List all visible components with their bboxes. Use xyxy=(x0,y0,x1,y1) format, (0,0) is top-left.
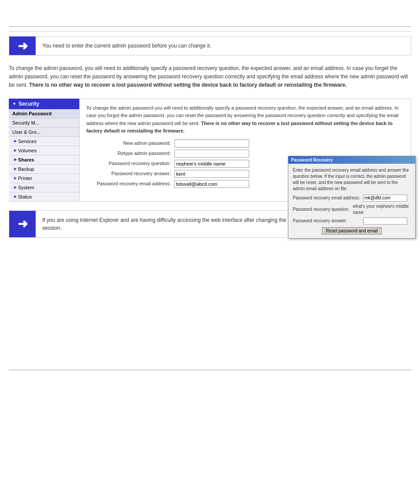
recovery-answer-input[interactable] xyxy=(363,217,407,224)
sidebar-item-label-8: System xyxy=(18,185,34,190)
screenshot-area: Security Admin Password Security M... Us… xyxy=(9,99,411,202)
recovery-question-row: Password recovery question: what's your … xyxy=(293,203,411,216)
body-intro-text: To change the admin password, you will n… xyxy=(9,64,411,90)
password-recovery-dialog: Password Recovery Enter the password rec… xyxy=(288,156,416,239)
top-rule xyxy=(9,26,411,27)
sidebar-item-label-4: Volumes xyxy=(18,148,37,153)
recovery-answer-row: Password recovery answer: xyxy=(293,217,411,224)
sidebar-item-label-0: Admin Password xyxy=(12,111,52,116)
recovery-email-label: Password recovery email address: xyxy=(293,195,363,201)
sidebar-item-label-9: Status xyxy=(18,194,32,199)
arrow-right-icon-2: ➜ xyxy=(18,217,28,231)
input-new-password[interactable] xyxy=(174,140,249,147)
sidebar-header-label: Security xyxy=(18,101,39,107)
sidebar-item-volumes[interactable]: Volumes xyxy=(9,146,79,155)
recovery-dialog-body: Enter the password recovery email addres… xyxy=(288,164,415,238)
label-recovery-answer: Password recovery answer: xyxy=(86,170,174,178)
sidebar-item-label-3: Services xyxy=(18,139,37,144)
body-text-bold: There is no other way to recover a lost … xyxy=(29,82,347,88)
input-recovery-answer[interactable] xyxy=(174,170,249,178)
main-panel-description: To change the admin password you will ne… xyxy=(86,104,404,135)
sidebar-item-shares[interactable]: Shares xyxy=(9,155,79,165)
sidebar-item-label-6: Backup xyxy=(18,166,34,172)
input-recovery-email[interactable] xyxy=(174,180,249,188)
sidebar-item-user-gro[interactable]: User & Gro... xyxy=(9,128,79,137)
recovery-dialog-description: Enter the password recovery email addres… xyxy=(293,167,411,192)
recovery-email-row: Password recovery email address: xyxy=(293,195,411,202)
sidebar-item-label-2: User & Gro... xyxy=(12,129,41,135)
recovery-button-row: Reset password and email xyxy=(293,227,411,235)
label-recovery-email: Password recovery email address: xyxy=(86,180,174,188)
sidebar-item-label-5: Shares xyxy=(18,157,34,162)
sidebar: Security Admin Password Security M... Us… xyxy=(9,99,79,202)
label-new-password: New admin password: xyxy=(86,140,174,147)
arrow-right-icon-1: ➜ xyxy=(18,39,28,53)
sidebar-item-backup[interactable]: Backup xyxy=(9,165,79,174)
sidebar-item-label-1: Security M... xyxy=(12,120,39,125)
form-row-new-password: New admin password: xyxy=(86,140,404,147)
note-icon-area-2: ➜ xyxy=(9,211,36,237)
label-retype-password: Retype admin password: xyxy=(86,150,174,158)
recovery-dialog-title: Password Recovery xyxy=(291,158,333,162)
sidebar-item-status[interactable]: Status xyxy=(9,192,79,202)
recovery-question-label: Password recovery question: xyxy=(293,206,353,213)
second-rule xyxy=(9,31,411,32)
sidebar-item-label-7: Printer xyxy=(18,176,32,181)
input-recovery-question[interactable] xyxy=(174,160,249,168)
note-box-1: ➜ You need to enter the current admin pa… xyxy=(9,36,411,55)
input-retype-password[interactable] xyxy=(174,150,249,158)
label-recovery-question: Password recovery question: xyxy=(86,160,174,168)
recovery-question-value: what's your nephew's middle name xyxy=(353,203,411,216)
sidebar-item-admin-password[interactable]: Admin Password xyxy=(9,109,79,118)
sidebar-header: Security xyxy=(9,99,79,109)
sidebar-item-printer[interactable]: Printer xyxy=(9,174,79,183)
note-text-content-1: You need to enter the current admin pass… xyxy=(42,43,211,49)
recovery-email-input[interactable] xyxy=(363,195,407,202)
sidebar-item-services[interactable]: Services xyxy=(9,137,79,146)
sidebar-item-system[interactable]: System xyxy=(9,183,79,192)
recovery-answer-label: Password recovery answer: xyxy=(293,218,363,224)
note-text-1: You need to enter the current admin pass… xyxy=(36,37,218,55)
sidebar-item-security-m[interactable]: Security M... xyxy=(9,118,79,128)
reset-password-button[interactable]: Reset password and email xyxy=(322,227,382,235)
bottom-rule xyxy=(9,370,411,370)
note-icon-area-1: ➜ xyxy=(9,37,36,55)
recovery-dialog-titlebar: Password Recovery xyxy=(288,156,415,164)
